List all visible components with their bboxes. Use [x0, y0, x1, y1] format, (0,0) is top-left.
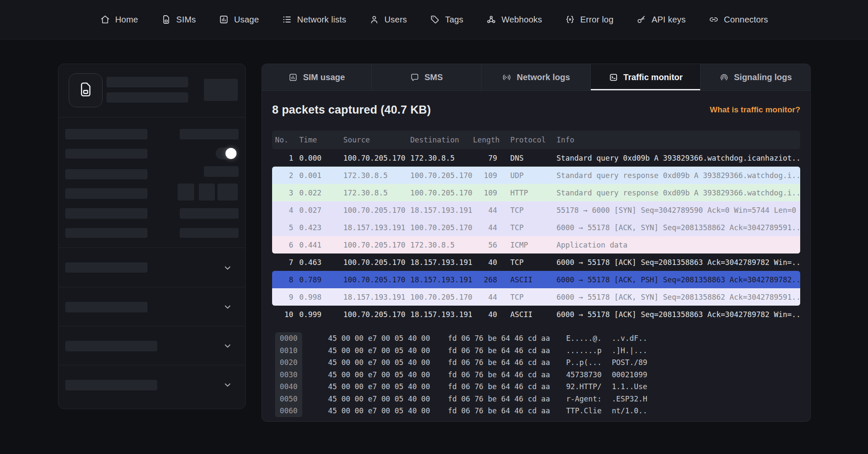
- column-header-info: Info: [547, 136, 800, 144]
- hex-bytes-1: 45 00 00 e7 00 05 40 00: [328, 358, 430, 367]
- cell-no: 7: [275, 258, 293, 267]
- cell-protocol: ASCII: [497, 310, 547, 319]
- hex-bytes-1: 45 00 00 e7 00 05 40 00: [328, 407, 430, 415]
- skeleton-label: [65, 169, 147, 179]
- nav-item-home[interactable]: Home: [100, 14, 138, 25]
- packet-row-4[interactable]: 4 0.027 100.70.205.170 18.157.193.191 44…: [272, 201, 800, 219]
- cell-info: 6000 → 55178 [ACK] Seq=2081358863 Ack=30…: [547, 258, 800, 267]
- cell-protocol: TCP: [497, 206, 547, 214]
- cell-source: 100.70.205.170: [343, 310, 410, 319]
- signaling-logs-icon: [719, 72, 729, 82]
- hex-bytes-2: fd 06 76 be 64 46 cd aa: [448, 395, 550, 403]
- cell-time: 0.000: [293, 154, 343, 162]
- nav-item-api-keys[interactable]: API keys: [636, 14, 686, 25]
- nav-item-connectors[interactable]: Connectors: [709, 14, 768, 25]
- packet-row-6[interactable]: 6 0.441 100.70.205.170 172.30.8.5 56 ICM…: [272, 236, 800, 253]
- skeleton-value: [180, 228, 239, 238]
- toggle-switch[interactable]: [216, 148, 237, 159]
- traffic-content: 8 packets captured (40.7 KB) What is tra…: [262, 103, 810, 417]
- hex-bytes-2: fd 06 76 be 64 46 cd aa: [448, 382, 550, 391]
- nav-item-usage[interactable]: Usage: [219, 14, 259, 25]
- packet-table-body: 1 0.000 100.70.205.170 172.30.8.5 79 DNS…: [272, 149, 800, 323]
- hex-ascii-2: 1.1..Use: [612, 382, 647, 391]
- tab-signaling-logs[interactable]: Signaling logs: [701, 64, 810, 90]
- skeleton-title-line: [106, 77, 188, 87]
- traffic-help-link[interactable]: What is traffic monitor?: [710, 105, 800, 114]
- hexdump-row: 0000 45 00 00 e7 00 05 40 00 fd 06 76 be…: [272, 332, 800, 345]
- tab-sim-usage[interactable]: SIM usage: [262, 64, 372, 90]
- cell-no: 6: [275, 241, 293, 249]
- accordion-section-4[interactable]: [58, 365, 245, 404]
- hex-ascii-2: ..v.dF..: [612, 334, 647, 343]
- cell-source: 172.30.8.5: [343, 171, 410, 180]
- cell-source: 100.70.205.170: [343, 241, 410, 249]
- nav-item-label: Home: [115, 15, 138, 25]
- skeleton-value: [204, 166, 239, 177]
- packet-row-10[interactable]: 10 0.999 100.70.205.170 18.157.193.191 4…: [272, 306, 800, 323]
- nav-item-users[interactable]: Users: [369, 14, 407, 25]
- cell-time: 0.441: [293, 241, 343, 249]
- hexdump-panel: 0000 45 00 00 e7 00 05 40 00 fd 06 76 be…: [272, 332, 800, 417]
- tab-traffic-monitor[interactable]: Traffic monitor: [591, 64, 701, 90]
- hex-ascii-2: nt/1.0..: [612, 407, 647, 415]
- packet-row-3[interactable]: 3 0.022 172.30.8.5 100.70.205.170 109 HT…: [272, 184, 800, 201]
- tab-label: Network logs: [517, 72, 570, 82]
- panel-tabs: SIM usage SMS Network logs Traffic monit…: [262, 64, 810, 91]
- hexdump-row: 0060 45 00 00 e7 00 05 40 00 fd 06 76 be…: [272, 405, 800, 417]
- cell-no: 3: [275, 189, 293, 197]
- nav-item-tags[interactable]: Tags: [430, 14, 463, 25]
- hexdump-row: 0040 45 00 00 e7 00 05 40 00 fd 06 76 be…: [272, 381, 800, 393]
- cell-length: 109: [473, 171, 497, 180]
- hex-offset: 0000: [275, 332, 302, 345]
- chevron-down-icon[interactable]: [223, 341, 233, 351]
- network-lists-icon: [282, 14, 292, 25]
- sim-icon: [77, 81, 94, 100]
- skeleton-chip: [178, 184, 194, 201]
- nav-item-error-log[interactable]: Error log: [565, 14, 614, 25]
- accordion-section-1[interactable]: [58, 248, 245, 287]
- packet-row-7[interactable]: 7 0.463 100.70.205.170 18.157.193.191 40…: [272, 253, 800, 271]
- hex-bytes-1: 45 00 00 e7 00 05 40 00: [328, 382, 430, 391]
- cell-length: 44: [473, 206, 497, 214]
- nav-item-label: Usage: [234, 15, 259, 25]
- packet-row-8-selected[interactable]: 8 0.789 100.70.205.170 18.157.193.191 26…: [272, 271, 800, 288]
- hex-bytes-2: fd 06 76 be 64 46 cd aa: [448, 407, 550, 415]
- skeleton-section-title: [65, 380, 157, 390]
- nav-item-network-lists[interactable]: Network lists: [282, 14, 346, 25]
- packet-row-5[interactable]: 5 0.423 18.157.193.191 100.70.205.170 44…: [272, 219, 800, 236]
- skeleton-label: [65, 149, 147, 159]
- nav-item-label: Error log: [580, 15, 614, 25]
- nav-item-sims[interactable]: SIMs: [161, 14, 196, 25]
- accordion-section-2[interactable]: [58, 287, 245, 326]
- nav-item-webhooks[interactable]: Webhooks: [486, 14, 542, 25]
- tab-network-logs[interactable]: Network logs: [481, 64, 591, 90]
- chevron-down-icon[interactable]: [223, 263, 233, 273]
- accordion-section-3[interactable]: [58, 326, 245, 365]
- cell-no: 1: [275, 154, 293, 162]
- skeleton-value: [180, 129, 239, 139]
- hex-bytes-2: fd 06 76 be 64 46 cd aa: [448, 346, 550, 355]
- tab-sms[interactable]: SMS: [372, 64, 481, 90]
- connector-icon: [709, 14, 719, 25]
- cell-source: 100.70.205.170: [343, 206, 410, 214]
- cell-destination: 172.30.8.5: [410, 154, 473, 162]
- cell-time: 0.789: [293, 276, 343, 284]
- hexdump-row: 0050 45 00 00 e7 00 05 40 00 fd 06 76 be…: [272, 393, 800, 405]
- hex-bytes-1: 45 00 00 e7 00 05 40 00: [328, 346, 430, 355]
- packet-row-1[interactable]: 1 0.000 100.70.205.170 172.30.8.5 79 DNS…: [272, 149, 800, 167]
- chevron-down-icon[interactable]: [223, 380, 233, 390]
- top-navigation: Home SIMs Usage Network lists Users Tags…: [0, 0, 868, 39]
- packet-row-2[interactable]: 2 0.001 172.30.8.5 100.70.205.170 109 UD…: [272, 167, 800, 184]
- packet-row-9[interactable]: 9 0.998 18.157.193.191 100.70.205.170 44…: [272, 288, 800, 306]
- skeleton-label: [65, 208, 147, 219]
- cell-info: 6000 → 55178 [ACK, PSH] Seq=2081358863 A…: [547, 276, 800, 284]
- network-logs-icon: [502, 72, 512, 82]
- webhook-icon: [486, 14, 496, 25]
- hex-bytes-1: 45 00 00 e7 00 05 40 00: [328, 395, 430, 403]
- tab-label: Traffic monitor: [623, 72, 683, 82]
- nav-item-label: Users: [384, 15, 407, 25]
- hex-ascii-1: 45738730: [566, 370, 602, 379]
- cell-protocol: TCP: [497, 223, 547, 232]
- chevron-down-icon[interactable]: [223, 302, 233, 312]
- cell-destination: 18.157.193.191: [410, 206, 473, 214]
